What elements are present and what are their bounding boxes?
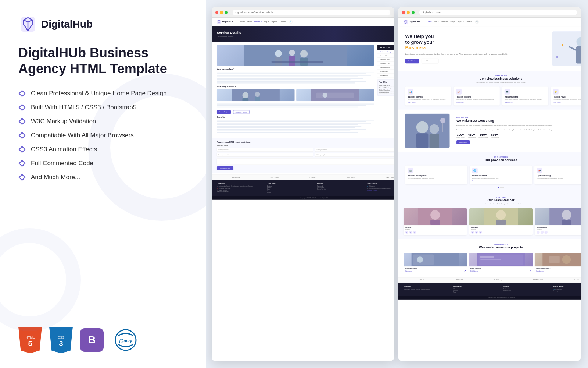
svg-rect-23 xyxy=(242,98,248,101)
svg-point-22 xyxy=(242,92,248,98)
stat-label-3: Running projects xyxy=(479,137,488,138)
site-page-2: DigitalHub Home About Service ▾ Blog ▾ P… xyxy=(398,18,581,300)
diamond-icon-4 xyxy=(18,132,26,139)
text-line-5 xyxy=(217,78,363,79)
form-input-phone[interactable]: Enter your phone xyxy=(315,153,394,157)
logo-area: DigitalHub xyxy=(18,15,187,34)
sidebar-item-2[interactable]: Financial Loan xyxy=(377,54,394,58)
service-card-link-2[interactable]: Learn more... xyxy=(456,102,497,103)
provided-service-link-2[interactable]: Learn more... xyxy=(472,180,530,182)
nav-link-service-2[interactable]: Service ▾ xyxy=(441,21,448,23)
social-tw-3[interactable]: t xyxy=(541,231,544,234)
footer-link-contact-1[interactable]: Contact xyxy=(267,191,312,193)
provided-services-grid: 🏢 Business Development Lorem ipsum stand… xyxy=(405,166,581,184)
footer-links-title-2: Quick Links xyxy=(453,286,498,287)
form-textarea-message[interactable] xyxy=(217,158,394,165)
team-card-img-3 xyxy=(535,208,581,226)
social-in-2[interactable]: in xyxy=(479,231,482,234)
form-input-name[interactable]: Enter your name xyxy=(217,148,313,152)
proj-img-2-svg xyxy=(469,253,533,266)
provided-service-title-2: Web development xyxy=(472,175,530,177)
sidebar-item-3[interactable]: Personal Loan xyxy=(377,58,394,62)
services-grid: 📊 Business Analysis Lorem ipsum standard… xyxy=(405,86,581,105)
ben-line-5 xyxy=(217,126,362,127)
service-card-link-3[interactable]: Learn more... xyxy=(505,102,546,103)
social-tw-1[interactable]: t xyxy=(409,231,412,234)
stat-number-2: 450+ xyxy=(467,133,476,137)
project-arrow-2[interactable]: ↗ xyxy=(529,269,531,272)
nav-link-about-2[interactable]: About xyxy=(434,21,438,23)
nav-link-pages-2[interactable]: Pages ▾ xyxy=(458,21,464,23)
project-img-1 xyxy=(404,253,467,266)
team-card-role-3: Designer xyxy=(537,228,581,230)
social-fb-2[interactable]: f xyxy=(471,231,474,234)
sidebar-item-7[interactable]: Safety Loan xyxy=(377,74,394,78)
team-header: OUR TEAM Our Team Member Lorem ipsum has… xyxy=(404,196,581,205)
nav-link-blog[interactable]: Blog ▾ xyxy=(264,21,269,23)
footer-support-link-2b[interactable]: Privacy Policy xyxy=(503,290,548,291)
footer-support-link-3[interactable]: Terms of Service xyxy=(317,188,362,190)
form-submit-btn[interactable]: Submit request xyxy=(217,166,233,170)
footer-link-team-2[interactable]: Team xyxy=(453,291,498,293)
projects-header: OUR PROJECTS We created awesome projects xyxy=(404,243,581,249)
nav-link-blog-2[interactable]: Blog ▾ xyxy=(450,21,455,23)
sidebar-item-4[interactable]: Education Loan xyxy=(377,62,394,66)
project-arrow-1[interactable]: ↗ xyxy=(464,269,466,272)
svg-rect-50 xyxy=(496,220,506,225)
nav-link-contact[interactable]: Contact xyxy=(280,21,286,23)
diamond-icon-1 xyxy=(18,90,26,97)
footer-tweets-title-1: Latest Tweets xyxy=(367,183,394,184)
nav-link-service[interactable]: Service ▾ xyxy=(254,21,261,23)
service-card-text-3: Lorem ipsum standard text goes here for … xyxy=(505,98,546,100)
nav-link-home-2[interactable]: Home xyxy=(427,21,432,23)
provided-service-link-3[interactable]: Learn more... xyxy=(537,180,581,182)
stat-3: 560+ Running projects xyxy=(479,133,488,138)
form-input-email[interactable]: Enter your email xyxy=(217,153,313,157)
hero-btn-how-work[interactable]: ▶ How we work xyxy=(421,59,439,63)
stat-2: 450+ Project complete xyxy=(467,133,476,138)
nav-search-icon[interactable]: 🔍 xyxy=(289,20,292,24)
provided-service-link-1[interactable]: Learn more... xyxy=(408,180,465,182)
about-desc-2: Lorem ipsum has been the industry's stan… xyxy=(456,128,581,131)
service-card-link-4[interactable]: Learn more... xyxy=(553,102,581,103)
project-title-1: Business analysis xyxy=(405,268,466,269)
provided-service-icon-1: 🏢 xyxy=(408,168,413,173)
service-btn-2[interactable]: Advanced Planning xyxy=(233,110,250,114)
nav-search-icon-2[interactable]: 🔍 xyxy=(475,20,478,24)
main-title: DigitalHUb Business Agency HTML Template xyxy=(18,45,187,77)
about-img xyxy=(405,114,450,148)
stat-1: 300+ Medical clients xyxy=(456,133,464,138)
footer-brand-text-1: Lorem ipsum text here for the footer bra… xyxy=(217,185,262,187)
about-img-svg xyxy=(405,114,450,148)
mkt-img-2-svg xyxy=(296,89,374,101)
team-social-3: f t in xyxy=(537,231,581,234)
footer-brand-title-2: DigitalHub xyxy=(404,286,448,287)
social-in-3[interactable]: in xyxy=(545,231,548,234)
client-logo-3: FINTECH xyxy=(310,177,316,178)
social-in-1[interactable]: in xyxy=(413,231,416,234)
hero-btn-get-started[interactable]: Get Started xyxy=(405,59,419,63)
sidebar-item-6[interactable]: Media Loan xyxy=(377,70,394,74)
svg-marker-2 xyxy=(19,105,25,110)
service-card-text-4: Lorem ipsum standard text goes here for … xyxy=(553,98,581,100)
nav-link-contact-2[interactable]: Contact xyxy=(466,21,472,23)
sidebar-item-5[interactable]: Business Loan xyxy=(377,66,394,70)
nav-link-pages[interactable]: Pages ▾ xyxy=(271,21,277,23)
service-card-icon-3: 💻 xyxy=(505,89,510,95)
about-get-started-btn[interactable]: Get Started xyxy=(456,140,470,144)
nav-logo-1: DigitalHub xyxy=(217,20,233,24)
service-card-link-1[interactable]: Learn more... xyxy=(408,102,449,103)
projects-title: We created awesome projects xyxy=(404,246,581,250)
social-tw-2[interactable]: t xyxy=(475,231,478,234)
social-fb-1[interactable]: f xyxy=(405,231,408,234)
service-btn-1[interactable]: Service Analysis xyxy=(217,110,231,114)
sidebar-item-1[interactable]: Business Analysis xyxy=(377,50,394,54)
svg-point-43 xyxy=(440,118,445,123)
form-input-name2[interactable]: Enter your name xyxy=(315,148,394,152)
browser-dot-close-2 xyxy=(402,11,405,14)
ben-line-7 xyxy=(217,129,366,130)
dot-2 xyxy=(502,187,504,188)
nav-link-home[interactable]: Home xyxy=(240,21,245,23)
nav-link-about[interactable]: About xyxy=(247,21,252,23)
social-fb-3[interactable]: f xyxy=(537,231,539,234)
